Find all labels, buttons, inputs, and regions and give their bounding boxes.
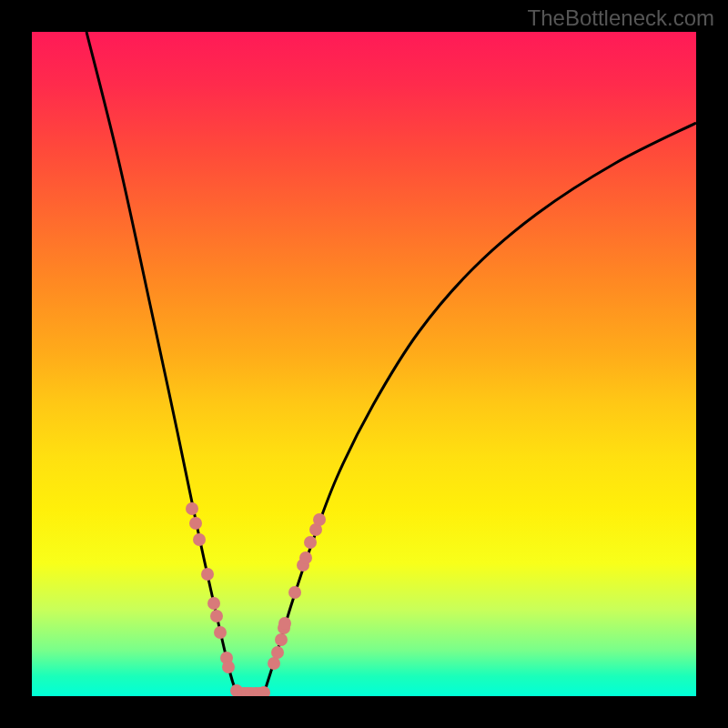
data-dot (299, 551, 312, 564)
data-dot (207, 597, 220, 610)
data-dot (193, 533, 206, 546)
watermark-text: TheBottleneck.com (528, 5, 714, 31)
data-dot (288, 586, 301, 599)
curve-right (264, 123, 696, 693)
plot-area (32, 32, 696, 696)
data-dot (275, 633, 288, 646)
data-dot (313, 513, 326, 526)
data-dot (278, 617, 291, 630)
data-dot (304, 536, 317, 549)
chart-container: TheBottleneck.com (0, 0, 728, 728)
data-dot (201, 568, 214, 581)
data-dot (222, 661, 235, 673)
data-dot (271, 646, 284, 659)
dot-group (186, 502, 326, 696)
data-dot (268, 657, 280, 670)
curve-left (86, 32, 237, 693)
chart-svg (32, 32, 696, 696)
data-dot (189, 517, 202, 530)
data-dot (210, 610, 223, 622)
data-dot (186, 502, 198, 515)
data-dot (214, 626, 227, 639)
